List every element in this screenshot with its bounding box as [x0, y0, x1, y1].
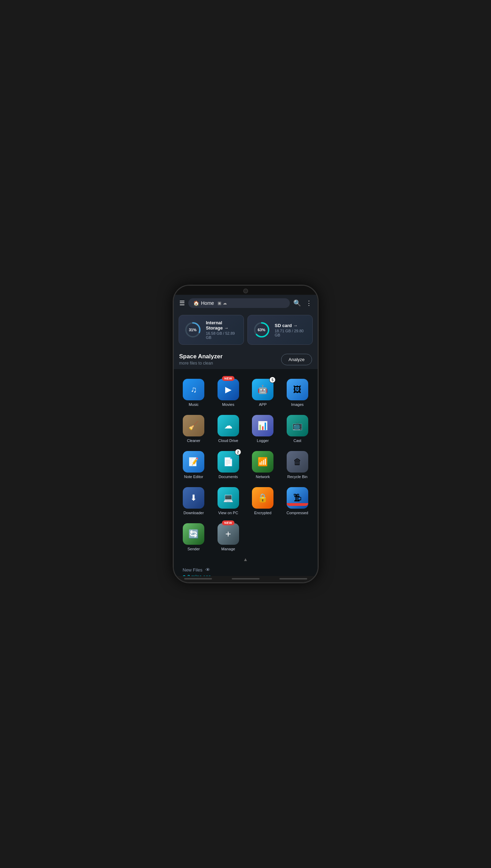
app-icon-movies: ▶NEW [218, 379, 239, 400]
hamburger-icon[interactable]: ☰ [179, 299, 185, 307]
up-arrow-row: ▲ [177, 554, 314, 564]
app-item-documents[interactable]: 📄2Documents [212, 447, 245, 482]
apps-grid: ♫Music▶NEWMovies🤖5APP🖼Images🧹Cleaner☁Clo… [177, 375, 314, 554]
new-files-label: New Files [183, 567, 203, 573]
app-item-downloader[interactable]: ⬇Downloader [177, 483, 211, 518]
space-analyzer: Space Analyzer more files to clean Analy… [174, 348, 318, 369]
app-icon-network: 📶 [252, 451, 273, 473]
eye-icon[interactable]: 👁 [205, 567, 210, 573]
recyclebin-icon: 🗑 [293, 457, 302, 467]
manage-icon: + [226, 528, 231, 540]
app-item-network[interactable]: 📶Network [246, 447, 280, 482]
bc-extra-1: ▣ [218, 301, 221, 306]
viewonpc-icon: 💻 [223, 493, 234, 503]
breadcrumb-pill[interactable]: 🏠 Home ▣ ☁ [188, 298, 290, 308]
documents-icon: 📄 [223, 457, 234, 467]
app-icon-clouddrive: ☁ [218, 415, 239, 436]
new-badge-manage: NEW [222, 520, 235, 525]
app-item-app[interactable]: 🤖5APP [246, 375, 280, 409]
analyzer-text: Space Analyzer more files to clean [179, 353, 223, 366]
app-icon-noteeditor: 📝 [183, 451, 204, 473]
encrypted-icon: 🔒 [257, 493, 268, 503]
cleaner-icon: 🧹 [188, 421, 199, 431]
breadcrumb-extras: ▣ ☁ [218, 301, 227, 306]
badge-documents: 2 [235, 449, 241, 455]
internal-progress: 31% [184, 321, 202, 339]
compressed-stripe [287, 503, 308, 506]
app-item-movies[interactable]: ▶NEWMovies [212, 375, 245, 409]
storage-card-sd[interactable]: 63% SD card → 18.71 GB / 29.80 GB [247, 315, 313, 345]
clouddrive-icon: ☁ [224, 421, 232, 431]
app-icon-cast: 📺 [287, 415, 308, 436]
screen: ☰ 🏠 Home ▣ ☁ 🔍 ⋮ [174, 295, 318, 576]
app-item-manage[interactable]: +NEWManage [212, 519, 245, 554]
app-item-noteeditor[interactable]: 📝Note Editor [177, 447, 211, 482]
app-item-recyclebin[interactable]: 🗑Recycle Bin [281, 447, 314, 482]
app-item-cast[interactable]: 📺Cast [281, 411, 314, 445]
app-label-noteeditor: Note Editor [184, 475, 203, 479]
analyze-button[interactable]: Analyze [281, 354, 312, 365]
app-item-images[interactable]: 🖼Images [281, 375, 314, 409]
storage-card-internal[interactable]: 31% Internal Storage → 16.58 GB / 52.89 … [179, 315, 244, 345]
app-item-compressed[interactable]: 🗜Compressed [281, 483, 314, 518]
analyzer-subtitle: more files to clean [179, 361, 223, 366]
app-label-sender: Sender [188, 547, 200, 551]
app-icon-compressed: 🗜 [287, 487, 308, 509]
compressed-icon: 🗜 [293, 493, 302, 503]
app-label-recyclebin: Recycle Bin [287, 475, 308, 479]
phone-frame: ☰ 🏠 Home ▣ ☁ 🔍 ⋮ [173, 285, 319, 583]
badge-app: 5 [269, 377, 276, 383]
nav-pill-2 [232, 578, 260, 579]
app-icon-documents: 📄2 [218, 451, 239, 473]
app-label-downloader: Downloader [183, 511, 204, 515]
app-icon: 🤖 [257, 385, 268, 394]
app-item-viewonpc[interactable]: 💻View on PC [212, 483, 245, 518]
up-arrow: ▲ [243, 557, 248, 562]
network-icon: 📶 [257, 457, 268, 467]
camera [243, 289, 248, 293]
app-item-clouddrive[interactable]: ☁Cloud Drive [212, 411, 245, 445]
app-item-music[interactable]: ♫Music [177, 375, 211, 409]
new-files-row: New Files 👁 [183, 567, 309, 573]
bc-extra-2: ☁ [223, 301, 227, 306]
app-item-encrypted[interactable]: 🔒Encrypted [246, 483, 280, 518]
app-icon-images: 🖼 [287, 379, 308, 400]
analyzer-title: Space Analyzer [179, 353, 223, 360]
phone-nav [174, 576, 318, 582]
more-icon[interactable]: ⋮ [306, 299, 312, 307]
app-item-logger[interactable]: 📊Logger [246, 411, 280, 445]
app-icon-viewonpc: 💻 [218, 487, 239, 509]
internal-usage: 16.58 GB / 52.89 GB [206, 331, 239, 340]
new-badge-movies: NEW [222, 376, 235, 381]
app-icon-recyclebin: 🗑 [287, 451, 308, 473]
app-label-clouddrive: Cloud Drive [218, 439, 238, 443]
logger-icon: 📊 [257, 421, 268, 431]
app-icon-downloader: ⬇ [183, 487, 204, 509]
app-label-movies: Movies [222, 402, 234, 407]
app-icon-encrypted: 🔒 [252, 487, 273, 509]
storage-section: 31% Internal Storage → 16.58 GB / 52.89 … [174, 311, 318, 348]
app-label-app: APP [259, 402, 267, 407]
movies-icon: ▶ [225, 385, 231, 394]
sender-icon: 🔄 [188, 529, 199, 539]
app-label-network: Network [256, 475, 270, 479]
app-item-sender[interactable]: 🔄Sender [177, 519, 211, 554]
images-icon: 🖼 [293, 385, 302, 394]
app-icon-sender: 🔄 [183, 523, 204, 545]
sd-name: SD card → [275, 323, 308, 328]
apps-grid-section: ♫Music▶NEWMovies🤖5APP🖼Images🧹Cleaner☁Clo… [174, 369, 318, 576]
app-item-cleaner[interactable]: 🧹Cleaner [177, 411, 211, 445]
internal-percent: 31% [189, 328, 196, 332]
home-icon: 🏠 [193, 300, 199, 306]
app-icon-logger: 📊 [252, 415, 273, 436]
nav-pill-3 [279, 578, 307, 579]
music-icon: ♫ [190, 385, 197, 394]
internal-info: Internal Storage → 16.58 GB / 52.89 GB [206, 320, 239, 340]
search-icon[interactable]: 🔍 [293, 299, 301, 307]
app-label-cleaner: Cleaner [187, 439, 201, 443]
app-label-encrypted: Encrypted [254, 511, 271, 515]
downloader-icon: ⬇ [190, 493, 197, 503]
app-label-music: Music [189, 402, 199, 407]
header: ☰ 🏠 Home ▣ ☁ 🔍 ⋮ [174, 295, 318, 311]
app-icon-cleaner: 🧹 [183, 415, 204, 436]
